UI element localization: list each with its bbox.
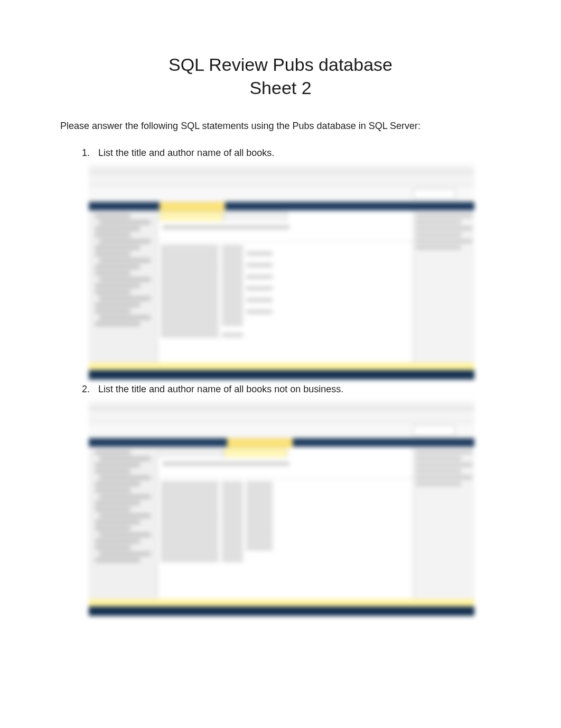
question-number: 1.	[74, 148, 90, 159]
result-row	[161, 245, 410, 250]
tree-node	[99, 475, 151, 480]
tree-node	[95, 309, 130, 314]
intro-text: Please answer the following SQL statemen…	[60, 121, 508, 132]
screenshot-wrapper	[89, 163, 508, 380]
question-text: List the title and author name of all bo…	[98, 384, 508, 395]
ssms-query-editor	[157, 221, 413, 242]
property-line	[416, 450, 472, 454]
property-line	[416, 220, 461, 224]
result-row	[161, 280, 410, 285]
property-line	[416, 463, 472, 467]
result-row	[161, 505, 410, 510]
question-list: 1. List the title and author name of all…	[74, 148, 508, 616]
result-row	[161, 540, 410, 545]
tree-node	[99, 513, 151, 518]
title-line-2: Sheet 2	[53, 76, 508, 99]
result-row	[161, 309, 410, 314]
ssms-properties-panel	[413, 447, 474, 600]
property-line	[416, 475, 472, 480]
tree-node	[99, 315, 151, 320]
tree-node	[95, 520, 140, 524]
tree-node	[95, 488, 130, 493]
result-row	[161, 528, 410, 533]
ssms-tab	[160, 448, 223, 457]
property-line	[416, 245, 461, 250]
result-row	[161, 499, 410, 504]
ssms-body	[89, 210, 474, 364]
tree-node	[95, 450, 130, 455]
tree-node	[95, 507, 130, 512]
tree-node	[99, 494, 151, 499]
result-row	[161, 251, 410, 256]
ssms-object-explorer	[89, 447, 157, 600]
result-row	[161, 517, 410, 521]
ssms-results-grid	[157, 242, 413, 364]
ssms-query-panel	[157, 447, 413, 600]
tree-node	[99, 296, 151, 301]
tree-node	[95, 252, 130, 256]
tree-node	[95, 539, 140, 543]
ssms-toolbar	[89, 186, 474, 202]
ssms-header-dark	[89, 202, 474, 210]
result-row	[161, 263, 410, 268]
result-row	[161, 487, 410, 492]
screenshot-wrapper	[89, 399, 508, 616]
tree-node	[95, 264, 140, 269]
tree-node	[99, 239, 151, 244]
tree-node	[99, 220, 151, 225]
ssms-status-bar	[89, 363, 474, 370]
result-row	[161, 493, 410, 498]
ssms-results-grid	[157, 478, 413, 600]
result-row	[161, 298, 410, 302]
result-row	[161, 321, 410, 326]
tree-node	[95, 482, 140, 486]
ssms-toolbar-dropdown	[413, 189, 455, 199]
ssms-toolbar	[89, 422, 474, 438]
ssms-titlebar	[89, 163, 474, 173]
tree-node	[99, 456, 151, 461]
question-item-2: 2. List the title and author name of all…	[74, 384, 508, 616]
result-row	[161, 333, 410, 337]
tree-node	[99, 277, 151, 282]
result-row	[161, 511, 410, 515]
tree-node	[95, 290, 130, 294]
ssms-active-tab	[227, 438, 293, 448]
ssms-toolbar-dropdown	[413, 425, 455, 436]
ssms-menubar	[89, 173, 474, 186]
ssms-screenshot-blurred	[89, 399, 474, 616]
tree-node	[99, 551, 151, 556]
result-row	[161, 482, 410, 486]
tree-node	[95, 558, 140, 563]
tree-node	[95, 283, 140, 288]
result-row	[161, 269, 410, 273]
property-line	[416, 456, 461, 460]
title-line-1: SQL Review Pubs database	[53, 53, 508, 76]
ssms-tab	[224, 448, 287, 457]
question-row: 2. List the title and author name of all…	[74, 384, 508, 395]
tree-node	[95, 545, 130, 550]
ssms-titlebar	[89, 399, 474, 410]
question-row: 1. List the title and author name of all…	[74, 148, 508, 159]
question-number: 2.	[74, 384, 90, 395]
tree-node	[95, 226, 140, 231]
ssms-tabs	[157, 210, 413, 221]
ssms-taskbar	[89, 606, 474, 616]
ssms-tab	[224, 211, 287, 221]
question-item-1: 1. List the title and author name of all…	[74, 148, 508, 380]
result-row	[161, 522, 410, 527]
ssms-active-tab	[160, 202, 225, 211]
property-line	[416, 239, 472, 243]
result-row	[161, 274, 410, 279]
tree-node	[99, 258, 151, 263]
result-row	[161, 257, 410, 262]
ssms-body	[89, 447, 474, 600]
document-page: SQL Review Pubs database Sheet 2 Please …	[0, 0, 561, 641]
result-row	[161, 315, 410, 320]
ssms-tabs	[157, 447, 413, 457]
ssms-tab	[160, 211, 223, 221]
tree-node	[95, 302, 140, 307]
document-title-block: SQL Review Pubs database Sheet 2	[53, 53, 508, 99]
result-row	[161, 303, 410, 308]
tree-node	[95, 469, 130, 474]
query-text-line	[163, 462, 289, 466]
